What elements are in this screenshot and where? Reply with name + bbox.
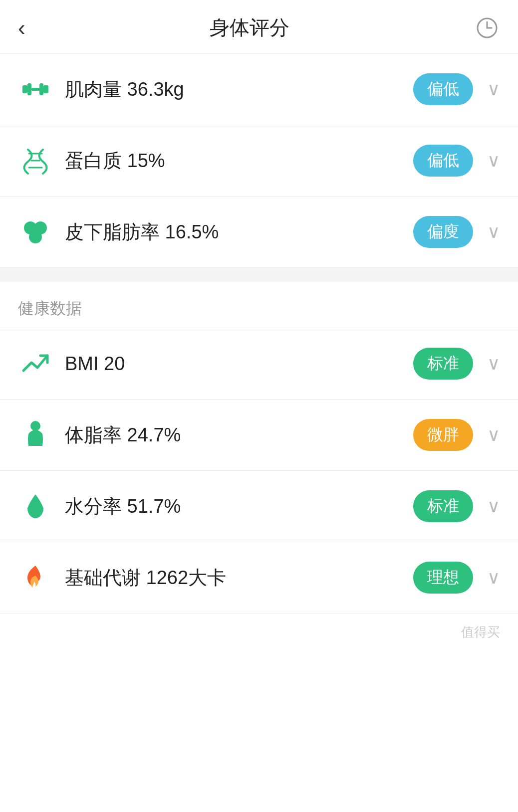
metabolism-badge: 理想: [413, 562, 473, 594]
fat-icon: [18, 417, 53, 452]
svg-rect-4: [43, 85, 48, 93]
subcutaneous-icon: [18, 214, 53, 249]
body-fat-item[interactable]: 体脂率 24.7% 微胖 ∨: [0, 400, 518, 471]
health-metrics-section: BMI 20 标准 ∨ 体脂率 24.7% 微胖 ∨ 水分率 51.7% 标准 …: [0, 328, 518, 613]
subcutaneous-label: 皮下脂肪率 16.5%: [65, 219, 413, 245]
subcutaneous-item[interactable]: 皮下脂肪率 16.5% 偏廋 ∨: [0, 197, 518, 268]
history-button[interactable]: [474, 15, 500, 41]
section-divider: [0, 268, 518, 282]
subcutaneous-badge: 偏廋: [413, 216, 473, 248]
muscle-label: 肌肉量 36.3kg: [65, 77, 413, 102]
metabolism-item[interactable]: 基础代谢 1262大卡 理想 ∨: [0, 542, 518, 613]
bmi-badge: 标准: [413, 348, 473, 380]
bmi-item[interactable]: BMI 20 标准 ∨: [0, 328, 518, 400]
svg-rect-3: [22, 85, 27, 93]
health-section-label: 健康数据: [0, 282, 518, 328]
muscle-item[interactable]: 肌肉量 36.3kg 偏低 ∨: [0, 54, 518, 125]
header: ‹ 身体评分: [0, 0, 518, 54]
water-item[interactable]: 水分率 51.7% 标准 ∨: [0, 471, 518, 542]
metabolism-label: 基础代谢 1262大卡: [65, 565, 413, 591]
protein-chevron: ∨: [487, 150, 500, 171]
back-button[interactable]: ‹: [18, 17, 25, 39]
svg-rect-6: [39, 83, 43, 95]
body-fat-chevron: ∨: [487, 424, 500, 445]
svg-point-14: [30, 421, 40, 431]
top-metrics-section: 肌肉量 36.3kg 偏低 ∨ 蛋白质 15% 偏低 ∨: [0, 54, 518, 268]
protein-badge: 偏低: [413, 145, 473, 177]
history-icon: [476, 17, 498, 39]
metabolism-chevron: ∨: [487, 567, 500, 588]
body-fat-badge: 微胖: [413, 419, 473, 451]
water-label: 水分率 51.7%: [65, 494, 413, 519]
protein-label: 蛋白质 15%: [65, 148, 413, 174]
watermark: 值得买: [0, 613, 518, 646]
protein-item[interactable]: 蛋白质 15% 偏低 ∨: [0, 125, 518, 197]
body-fat-label: 体脂率 24.7%: [65, 422, 413, 448]
bmi-chevron: ∨: [487, 353, 500, 374]
metabolism-icon: [18, 560, 53, 595]
protein-icon: [18, 143, 53, 178]
svg-rect-5: [27, 83, 31, 95]
bmi-label: BMI 20: [65, 353, 413, 375]
svg-rect-7: [31, 88, 39, 91]
page-title: 身体评分: [25, 14, 474, 41]
water-badge: 标准: [413, 490, 473, 522]
muscle-chevron: ∨: [487, 79, 500, 100]
water-chevron: ∨: [487, 496, 500, 517]
muscle-badge: 偏低: [413, 73, 473, 105]
svg-point-13: [29, 230, 42, 243]
water-icon: [18, 489, 53, 524]
subcutaneous-chevron: ∨: [487, 221, 500, 242]
bmi-icon: [18, 346, 53, 381]
muscle-icon: [18, 72, 53, 107]
